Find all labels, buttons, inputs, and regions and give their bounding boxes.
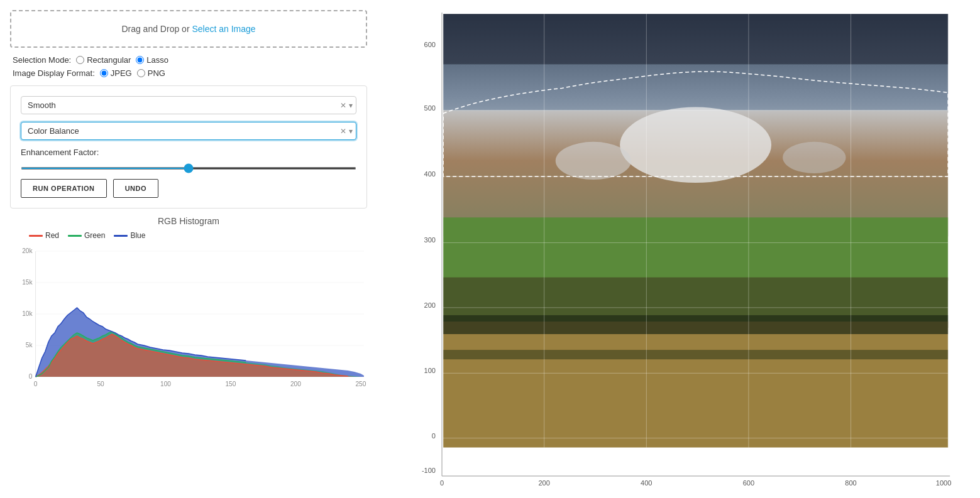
svg-text:0: 0: [29, 373, 33, 380]
undo-button[interactable]: UNDO: [113, 179, 159, 198]
histogram-section: RGB Histogram Red Green Blue: [10, 216, 367, 488]
svg-rect-37: [443, 14, 948, 64]
options-section: Selection Mode: Rectangular Lasso Image …: [10, 55, 367, 78]
svg-text:200: 200: [538, 479, 549, 487]
legend-red: Red: [29, 231, 59, 240]
drop-zone[interactable]: Drag and Drop or Select an Image: [10, 10, 367, 48]
svg-text:0: 0: [440, 479, 444, 487]
histogram-title: RGB Histogram: [10, 216, 367, 226]
operation1-select[interactable]: Smooth Sharpen Blur Color Balance: [21, 96, 356, 114]
button-row: RUN OPERATION UNDO: [21, 179, 356, 198]
svg-text:50: 50: [97, 381, 104, 387]
svg-text:0: 0: [432, 432, 436, 440]
blue-color-swatch: [114, 235, 128, 237]
histogram-svg: 20k 15k 10k 5k 0 0 50 100 150 200 250: [10, 245, 367, 396]
red-color-swatch: [29, 235, 43, 237]
legend-green: Green: [68, 231, 105, 240]
svg-rect-44: [443, 322, 948, 448]
select-image-link[interactable]: Select an Image: [192, 24, 255, 34]
svg-text:250: 250: [355, 381, 366, 387]
svg-text:0: 0: [34, 381, 38, 387]
svg-rect-42: [443, 217, 948, 280]
svg-text:300: 300: [424, 236, 436, 244]
main-chart-svg: 600 500 400 300 200 100 0 -100 0 200 400…: [387, 6, 970, 492]
svg-point-40: [556, 142, 631, 180]
operation1-wrapper: Smooth Sharpen Blur Color Balance ✕ ▾: [21, 96, 356, 114]
svg-text:600: 600: [424, 41, 436, 48]
left-panel: Drag and Drop or Select an Image Selecti…: [0, 0, 377, 498]
svg-text:200: 200: [290, 381, 301, 387]
selection-mode-row: Selection Mode: Rectangular Lasso: [13, 55, 365, 65]
svg-text:200: 200: [424, 301, 436, 309]
enhancement-label: Enhancement Factor:: [21, 148, 356, 157]
green-color-swatch: [68, 235, 82, 237]
svg-rect-46: [443, 350, 948, 359]
svg-text:400: 400: [424, 170, 436, 178]
operation2-select[interactable]: Color Balance Smooth Sharpen Blur: [21, 122, 356, 140]
enhancement-section: Enhancement Factor:: [21, 148, 356, 171]
drop-zone-text: Drag and Drop or Select an Image: [121, 24, 255, 34]
image-format-label: Image Display Format:: [13, 68, 95, 78]
selection-mode-lasso[interactable]: Lasso: [136, 55, 168, 65]
chart-area: 600 500 400 300 200 100 0 -100 0 200 400…: [387, 6, 970, 492]
operation2-wrapper: Color Balance Smooth Sharpen Blur ✕ ▾: [21, 122, 356, 140]
selection-mode-rectangular[interactable]: Rectangular: [76, 55, 131, 65]
svg-text:600: 600: [743, 479, 754, 487]
svg-text:5k: 5k: [26, 342, 33, 349]
svg-point-41: [783, 142, 845, 173]
svg-text:10k: 10k: [22, 310, 33, 317]
svg-text:-100: -100: [422, 467, 436, 474]
right-panel: 600 500 400 300 200 100 0 -100 0 200 400…: [377, 0, 980, 498]
svg-text:150: 150: [225, 381, 236, 387]
svg-text:20k: 20k: [22, 247, 33, 254]
svg-text:1000: 1000: [936, 479, 952, 487]
slider-container: [21, 162, 356, 171]
svg-text:100: 100: [424, 367, 436, 374]
histogram-legend: Red Green Blue: [10, 231, 367, 240]
run-operation-button[interactable]: RUN OPERATION: [21, 179, 107, 198]
svg-text:400: 400: [641, 479, 652, 487]
selection-mode-label: Selection Mode:: [13, 55, 71, 65]
svg-text:500: 500: [424, 104, 436, 112]
image-format-row: Image Display Format: JPEG PNG: [13, 68, 365, 78]
svg-text:800: 800: [845, 479, 856, 487]
format-png[interactable]: PNG: [137, 68, 165, 78]
svg-rect-45: [443, 315, 948, 334]
enhancement-slider[interactable]: [21, 167, 356, 170]
svg-text:15k: 15k: [22, 279, 33, 286]
svg-text:100: 100: [160, 381, 171, 387]
legend-blue: Blue: [114, 231, 145, 240]
operations-panel: Smooth Sharpen Blur Color Balance ✕ ▾ Co…: [10, 85, 367, 208]
format-jpeg[interactable]: JPEG: [100, 68, 132, 78]
